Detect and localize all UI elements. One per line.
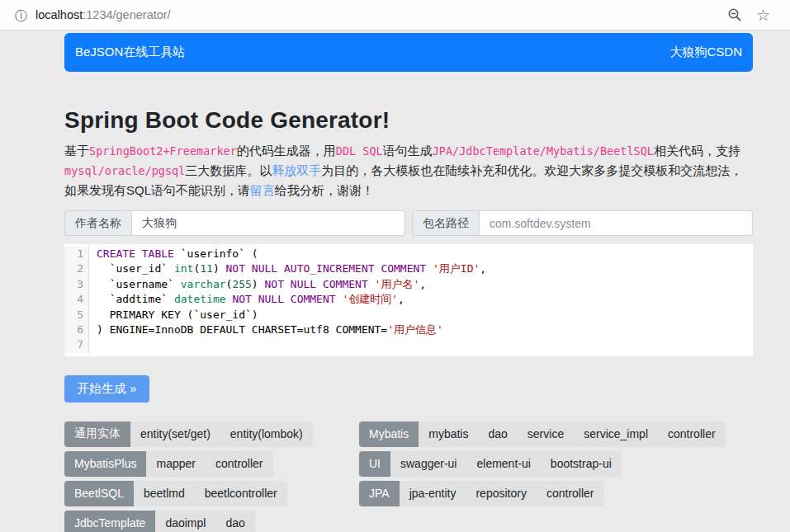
template-group: UIswagger-uielement-uibootstrap-ui — [359, 451, 622, 477]
code-token: varchar — [181, 278, 226, 290]
inline-code: mysql/oracle/pgsql — [64, 164, 185, 177]
url-text: localhost:1234/generator/ — [35, 8, 171, 21]
inline-text: 的代码生成器，用 — [237, 144, 336, 158]
template-button[interactable]: controller — [658, 421, 726, 447]
template-button[interactable]: element-ui — [466, 451, 540, 477]
page-title: Spring Boot Code Generator! — [64, 107, 753, 134]
intro-description: 基于SpringBoot2+Freemarker的代码生成器，用DDL SQL语… — [64, 141, 753, 200]
line-number: 6 — [64, 322, 83, 337]
template-group: JPAjpa-entityrepositorycontroller — [359, 481, 604, 506]
template-button[interactable]: service — [518, 421, 574, 447]
inline-link[interactable]: 释放双手 — [272, 163, 321, 177]
zoom-out-icon[interactable] — [727, 7, 742, 22]
code-token — [368, 278, 375, 290]
bookmark-star-icon[interactable]: ☆ — [756, 7, 770, 23]
code-token: `user_id` — [97, 262, 174, 275]
template-button[interactable]: mapper — [146, 451, 205, 477]
template-group: BeetlSQLbeetlmdbeetlcontroller — [64, 481, 287, 506]
settings-form: 作者名称 包名路径 — [64, 210, 753, 236]
code-token: '用户信息' — [387, 323, 443, 336]
code-line: PRIMARY KEY (`user_id`) — [97, 308, 753, 322]
group-head-button[interactable]: Mybatis — [359, 421, 419, 447]
line-number: 4 — [64, 292, 83, 307]
line-number: 3 — [64, 277, 83, 292]
code-token: `username` — [97, 278, 181, 290]
code-token: '创建时间' — [342, 293, 398, 305]
template-button[interactable]: bootstrap-ui — [541, 451, 622, 477]
line-number: 7 — [64, 337, 83, 352]
template-button[interactable]: repository — [466, 481, 536, 506]
code-token: , — [480, 262, 486, 275]
group-head-button[interactable]: 通用实体 — [64, 421, 130, 447]
inline-text: 相关代码，支持 — [654, 144, 740, 158]
sql-code-editor[interactable]: 1234567 CREATE TABLE `userinfo` ( `user_… — [64, 244, 753, 356]
code-token: , — [398, 293, 404, 305]
package-input[interactable] — [479, 210, 753, 236]
template-button[interactable]: entity(set/get) — [130, 421, 220, 447]
code-lines: CREATE TABLE `userinfo` ( `user_id` int(… — [89, 247, 753, 353]
code-gutter: 1234567 — [64, 247, 89, 353]
group-head-button[interactable]: UI — [359, 451, 390, 477]
browser-chrome: ⓘ localhost:1234/generator/ ☆ — [0, 0, 790, 31]
template-button[interactable]: beetlcontroller — [195, 481, 287, 506]
code-token: `addtime` — [97, 293, 174, 305]
group-head-button[interactable]: MybatisPlus — [64, 451, 146, 477]
inline-code: DDL SQL — [336, 144, 383, 158]
group-head-button[interactable]: JdbcTemplate — [64, 511, 155, 532]
header-right-link[interactable]: 大狼狗CSDN — [669, 45, 742, 60]
template-button[interactable]: entity(lombok) — [220, 421, 313, 447]
template-group: MybatisPlusmappercontroller — [64, 451, 273, 477]
groups-left: 通用实体entity(set/get)entity(lombok)Mybatis… — [64, 421, 359, 532]
code-line: `addtime` datetime NOT NULL COMMENT '创建时… — [97, 292, 753, 307]
package-label: 包名路径 — [412, 210, 479, 236]
template-button[interactable]: dao — [478, 421, 517, 447]
template-group: 通用实体entity(set/get)entity(lombok) — [64, 421, 313, 447]
group-head-button[interactable]: BeetlSQL — [64, 481, 134, 506]
inline-text: 给我分析，谢谢！ — [275, 183, 374, 197]
page-info-icon[interactable]: ⓘ — [15, 9, 27, 21]
template-button[interactable]: controller — [537, 481, 604, 506]
code-token: CREATE TABLE — [97, 247, 174, 260]
line-number: 1 — [64, 247, 83, 261]
code-token: NOT NULL COMMENT — [232, 293, 335, 305]
site-header: BeJSON在线工具站 大狼狗CSDN — [64, 33, 753, 72]
line-number: 2 — [64, 261, 83, 276]
template-button[interactable]: jpa-entity — [400, 481, 466, 506]
code-token: ) — [213, 262, 226, 275]
inline-text: 三大数据库。以 — [185, 163, 272, 177]
inline-text: 基于 — [64, 144, 89, 158]
code-line: CREATE TABLE `userinfo` ( — [97, 247, 753, 261]
line-number: 5 — [64, 308, 83, 322]
template-button[interactable]: controller — [206, 451, 273, 477]
inline-code: JPA/JdbcTemplate/Mybatis/BeetlSQL — [433, 144, 654, 158]
generate-button[interactable]: 开始生成 » — [64, 375, 149, 403]
code-line: ) ENGINE=InnoDB DEFAULT CHARSET=utf8 COM… — [97, 322, 753, 337]
template-button[interactable]: beetlmd — [134, 481, 195, 506]
inline-code: SpringBoot2+Freemarker — [89, 144, 237, 158]
template-groups-area: 通用实体entity(set/get)entity(lombok)Mybatis… — [64, 421, 753, 532]
page-background: BeJSON在线工具站 大狼狗CSDN Spring Boot Code Gen… — [0, 31, 790, 532]
author-input[interactable] — [131, 210, 405, 236]
code-token: '用户名' — [375, 278, 420, 290]
template-button[interactable]: mybatis — [419, 421, 478, 447]
inline-link[interactable]: 留言 — [250, 183, 275, 197]
group-head-button[interactable]: JPA — [359, 481, 400, 506]
code-line: `username` varchar(255) NOT NULL COMMENT… — [97, 277, 753, 292]
url-path: :1234/generator/ — [83, 8, 170, 21]
template-group: Mybatismybatisdaoserviceservice_implcont… — [359, 421, 726, 447]
code-token: NOT NULL AUTO_INCREMENT COMMENT — [226, 262, 427, 275]
code-token: PRIMARY KEY (`user_id`) — [97, 308, 258, 321]
template-button[interactable]: swagger-ui — [390, 451, 466, 477]
code-token: , — [419, 278, 426, 290]
code-token: datetime — [174, 293, 226, 305]
url-host: localhost — [35, 8, 83, 21]
template-group: JdbcTemplatedaoimpldao — [64, 511, 255, 532]
address-bar[interactable]: ⓘ localhost:1234/generator/ — [15, 8, 727, 21]
brand-link[interactable]: BeJSON在线工具站 — [75, 45, 185, 60]
template-button[interactable]: dao — [215, 511, 254, 532]
code-token: 255 — [232, 278, 251, 290]
template-button[interactable]: daoimpl — [155, 511, 215, 532]
code-token: NOT NULL COMMENT — [265, 278, 368, 290]
code-token — [426, 262, 433, 275]
template-button[interactable]: service_impl — [574, 421, 658, 447]
